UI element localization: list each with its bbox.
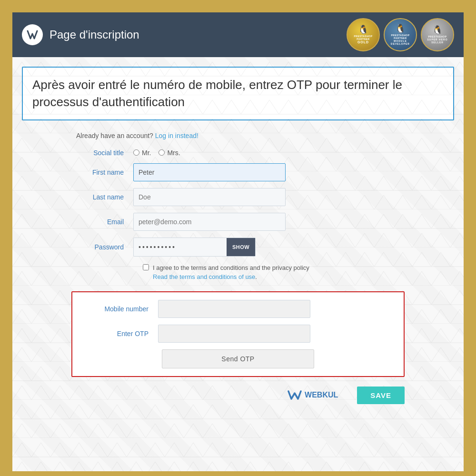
social-title-options: Mr. Mrs.: [133, 149, 180, 157]
email-label: Email: [71, 218, 133, 226]
webkul-icon: [288, 389, 302, 401]
social-title-row: Social title Mr. Mrs.: [71, 149, 405, 157]
email-row: Email: [71, 213, 405, 231]
main-content: Après avoir entré le numéro de mobile, e…: [12, 57, 464, 471]
badge-module-icon: 🐧: [395, 24, 406, 33]
mr-radio[interactable]: [133, 149, 139, 156]
mobile-number-row: Mobile number: [82, 300, 394, 318]
otp-section: Mobile number Enter OTP Send OTP: [71, 291, 405, 377]
mobile-number-input[interactable]: [158, 300, 310, 318]
logo: [22, 24, 43, 45]
save-row: WEBKUL SAVE: [71, 387, 405, 404]
banner-text: Après avoir entré le numéro de mobile, e…: [32, 76, 444, 111]
badge-superhero-icon: 🐧: [432, 26, 443, 34]
first-name-input[interactable]: [133, 163, 286, 181]
badge-gold: 🐧 PRESTASHOP PARTNER GOLD: [347, 18, 380, 51]
password-input[interactable]: [134, 238, 227, 256]
social-title-label: Social title: [71, 149, 133, 157]
webkul-logo: WEBKUL: [288, 389, 338, 401]
page-title: Page d'inscription: [50, 28, 139, 41]
password-row: Password SHOW: [71, 238, 405, 257]
otp-input[interactable]: [158, 325, 310, 343]
badge-superhero: 🐧 PRESTASHOP SUPER HERO SELLER: [421, 18, 454, 51]
password-label: Password: [71, 243, 133, 251]
first-name-row: First name: [71, 163, 405, 181]
login-prompt: Already have an account? Log in instead!: [71, 132, 405, 139]
terms-text: I agree to the terms and conditions and …: [153, 263, 309, 282]
last-name-input[interactable]: [133, 188, 286, 206]
badge-gold-icon: 🐧: [358, 25, 368, 34]
mrs-option[interactable]: Mrs.: [159, 149, 180, 157]
terms-link[interactable]: Read the terms and conditions of use: [153, 273, 255, 280]
page-wrapper: Page d'inscription 🐧 PRESTASHOP PARTNER …: [10, 10, 466, 474]
mobile-number-label: Mobile number: [82, 305, 158, 313]
password-wrapper: SHOW: [133, 238, 256, 257]
login-link[interactable]: Log in instead!: [155, 132, 198, 139]
save-button[interactable]: SAVE: [357, 387, 405, 404]
info-banner: Après avoir entré le numéro de mobile, e…: [22, 67, 454, 120]
terms-checkbox[interactable]: [143, 264, 149, 270]
enter-otp-label: Enter OTP: [82, 330, 158, 337]
header: Page d'inscription 🐧 PRESTASHOP PARTNER …: [12, 12, 464, 57]
send-otp-row: Send OTP: [82, 349, 394, 368]
last-name-row: Last name: [71, 188, 405, 206]
badge-container: 🐧 PRESTASHOP PARTNER GOLD 🐧 PRESTASHOP P…: [347, 18, 454, 51]
first-name-label: First name: [71, 169, 133, 176]
registration-form: Already have an account? Log in instead!…: [71, 132, 405, 404]
mr-option[interactable]: Mr.: [133, 149, 151, 157]
terms-row: I agree to the terms and conditions and …: [71, 263, 405, 282]
mrs-radio[interactable]: [159, 149, 165, 156]
webkul-text: WEBKUL: [305, 391, 338, 399]
enter-otp-row: Enter OTP: [82, 325, 394, 343]
badge-module: 🐧 PRESTASHOP PARTNER MODULE DEVELOPER: [384, 18, 417, 51]
show-password-button[interactable]: SHOW: [227, 238, 255, 256]
email-input[interactable]: [133, 213, 286, 231]
header-left: Page d'inscription: [22, 24, 139, 45]
send-otp-button[interactable]: Send OTP: [162, 349, 314, 368]
last-name-label: Last name: [71, 193, 133, 201]
